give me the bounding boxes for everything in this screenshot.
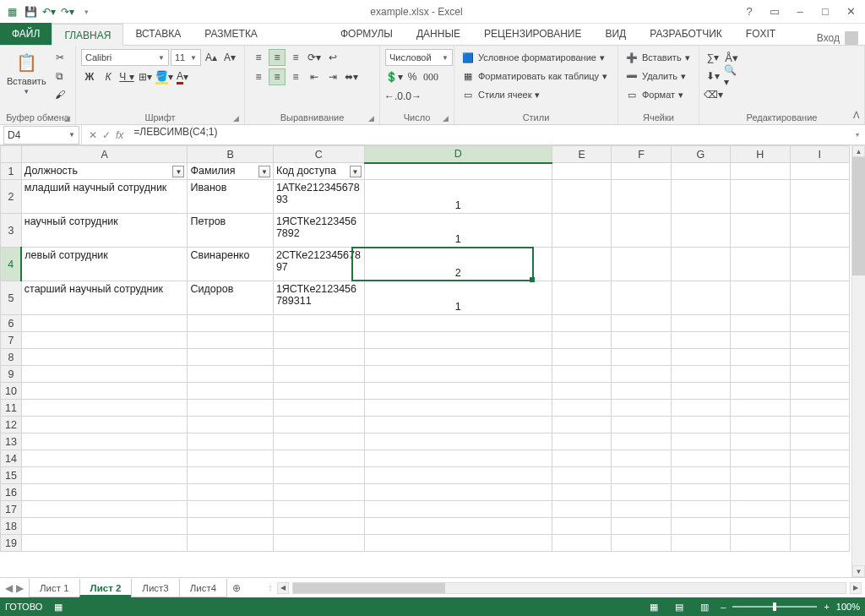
column-header[interactable]: I	[790, 146, 849, 163]
cell[interactable]	[790, 467, 849, 484]
orientation-icon[interactable]: ⟳▾	[306, 49, 323, 66]
view-page-layout-icon[interactable]: ▤	[670, 600, 688, 613]
cell[interactable]	[790, 315, 849, 332]
cell[interactable]: 2СТКе21234567897	[273, 248, 364, 281]
dialog-launcher-icon[interactable]: ◢	[64, 114, 70, 123]
cell[interactable]	[552, 248, 612, 281]
cell[interactable]	[552, 501, 612, 518]
cell[interactable]: Петров	[188, 214, 273, 248]
cell[interactable]	[671, 518, 730, 535]
align-middle-icon[interactable]: ≡	[269, 49, 286, 66]
fx-icon[interactable]: fx	[116, 129, 123, 141]
align-center-icon[interactable]: ≡	[269, 68, 286, 85]
cell[interactable]	[612, 433, 671, 450]
align-bottom-icon[interactable]: ≡	[287, 49, 304, 66]
column-header[interactable]: H	[731, 146, 790, 163]
cell[interactable]	[188, 433, 273, 450]
cell[interactable]: 1ЯСТКе21234567892	[273, 214, 364, 248]
cell[interactable]	[612, 518, 671, 535]
redo-icon[interactable]: ↷▾	[61, 5, 74, 19]
cell[interactable]	[552, 281, 612, 315]
cell[interactable]	[552, 315, 612, 332]
cell[interactable]	[790, 281, 849, 315]
tab-формулы[interactable]: ФОРМУЛЫ	[329, 23, 405, 45]
scroll-down-icon[interactable]: ▼	[852, 565, 865, 577]
font-color-icon[interactable]: A▾	[174, 68, 191, 85]
cell[interactable]: левый сотрудник	[21, 248, 188, 281]
cell[interactable]: Сидоров	[188, 281, 273, 315]
select-all-corner[interactable]	[1, 146, 22, 163]
cell[interactable]	[364, 315, 552, 332]
cell[interactable]	[364, 450, 552, 467]
sign-in[interactable]: Вход	[810, 31, 865, 45]
column-header[interactable]: A	[21, 146, 188, 163]
cell[interactable]	[731, 484, 790, 501]
cell[interactable]: младший научный сотрудник	[21, 180, 188, 214]
cell[interactable]	[364, 366, 552, 383]
scroll-up-icon[interactable]: ▲	[852, 145, 865, 157]
cell[interactable]	[612, 248, 671, 281]
cell[interactable]	[731, 383, 790, 400]
qat-customize-icon[interactable]: ▾	[79, 5, 93, 19]
cell[interactable]	[612, 417, 671, 433]
cell[interactable]	[364, 467, 552, 484]
increase-indent-icon[interactable]: ⇥	[324, 68, 341, 85]
cell[interactable]	[790, 400, 849, 417]
cell[interactable]	[188, 315, 273, 332]
row-header[interactable]: 16	[1, 484, 22, 501]
cell[interactable]: Должность▼	[21, 163, 188, 180]
bold-icon[interactable]: Ж	[81, 68, 98, 85]
cell[interactable]	[731, 400, 790, 417]
row-header[interactable]: 8	[1, 349, 22, 366]
cell[interactable]	[188, 535, 273, 552]
cell[interactable]	[671, 400, 730, 417]
cell[interactable]: Фамилия▼	[188, 163, 273, 180]
format-cells-button[interactable]: ▭Формат ▾	[623, 86, 685, 103]
cell[interactable]	[612, 349, 671, 366]
vertical-scrollbar[interactable]: ▲ ▼	[851, 145, 865, 577]
cell[interactable]: старший научный сотрудник	[21, 281, 188, 315]
cell[interactable]	[671, 467, 730, 484]
cell[interactable]	[731, 214, 790, 248]
cell[interactable]	[671, 383, 730, 400]
number-format-combo[interactable]: Числовой▼	[385, 49, 453, 66]
cell[interactable]	[731, 315, 790, 332]
paste-button[interactable]: 📋 Вставить ▼	[5, 49, 48, 97]
cell[interactable]	[273, 484, 364, 501]
cell[interactable]	[552, 332, 612, 349]
cell[interactable]	[731, 535, 790, 552]
italic-icon[interactable]: К	[100, 68, 117, 85]
ribbon-display-icon[interactable]: ▭	[767, 5, 782, 18]
zoom-in-icon[interactable]: +	[824, 602, 829, 612]
cell[interactable]	[552, 349, 612, 366]
minimize-icon[interactable]: –	[792, 5, 808, 18]
cell[interactable]	[731, 248, 790, 281]
cell[interactable]: 2	[364, 248, 552, 281]
cell[interactable]	[188, 484, 273, 501]
scroll-right-icon[interactable]: ▶	[850, 582, 862, 594]
cell[interactable]: 1	[364, 281, 552, 315]
wrap-text-icon[interactable]: ↩	[324, 49, 341, 66]
cell[interactable]	[612, 383, 671, 400]
column-header[interactable]: E	[552, 146, 612, 163]
cut-icon[interactable]: ✂	[52, 49, 68, 66]
accounting-format-icon[interactable]: 💲▾	[385, 68, 402, 85]
cell[interactable]	[671, 535, 730, 552]
cell[interactable]	[790, 349, 849, 366]
enter-formula-icon[interactable]: ✓	[102, 129, 111, 141]
cell[interactable]	[612, 501, 671, 518]
cell[interactable]	[273, 467, 364, 484]
cell[interactable]	[790, 248, 849, 281]
cell[interactable]	[671, 433, 730, 450]
decrease-decimal-icon[interactable]: .0→	[404, 88, 421, 105]
cell[interactable]	[273, 433, 364, 450]
cell[interactable]	[731, 366, 790, 383]
close-icon[interactable]: ✕	[843, 5, 858, 18]
tab-разработчик[interactable]: РАЗРАБОТЧИК	[638, 23, 734, 45]
save-icon[interactable]: 💾	[24, 5, 37, 19]
cell[interactable]	[21, 332, 188, 349]
new-sheet-icon[interactable]: ⊕	[226, 582, 247, 594]
cell[interactable]	[612, 366, 671, 383]
cell[interactable]	[21, 400, 188, 417]
scroll-left-icon[interactable]: ◀	[277, 582, 289, 594]
